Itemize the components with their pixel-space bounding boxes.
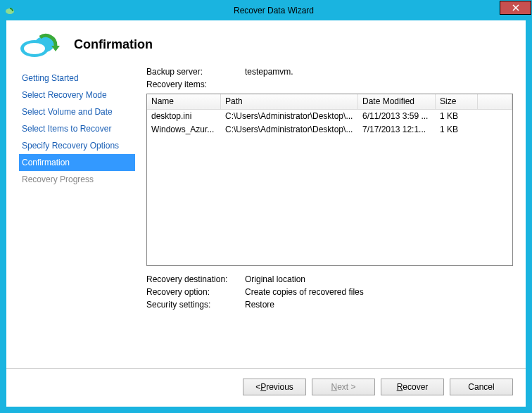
nav-select-items[interactable]: Select Items to Recover	[19, 120, 135, 137]
nav-recovery-progress: Recovery Progress	[19, 171, 135, 188]
table-row[interactable]: desktop.ini C:\Users\Administrator\Deskt…	[147, 110, 512, 123]
cell-path: C:\Users\Administrator\Desktop\...	[221, 123, 358, 136]
window-title: Recover Data Wizard	[16, 6, 531, 15]
col-header-name[interactable]: Name	[147, 94, 221, 109]
wizard-window: Recover Data Wizard Confirmation Getting…	[0, 0, 532, 413]
cancel-button[interactable]: Cancel	[450, 379, 513, 395]
cell-size: 1 KB	[436, 110, 478, 123]
wizard-nav: Getting Started Select Recovery Mode Sel…	[19, 67, 135, 361]
col-header-fill	[478, 94, 512, 109]
previous-button[interactable]: < Previous	[243, 379, 306, 395]
cell-size: 1 KB	[436, 123, 478, 136]
nav-confirmation[interactable]: Confirmation	[19, 154, 135, 171]
cell-name: Windows_Azur...	[147, 123, 221, 136]
cell-path: C:\Users\Administrator\Desktop\...	[221, 110, 358, 123]
security-settings-label: Security settings:	[146, 300, 245, 310]
app-icon	[5, 6, 16, 15]
nav-getting-started[interactable]: Getting Started	[19, 70, 135, 87]
next-button: Next >	[312, 379, 375, 395]
table-row[interactable]: Windows_Azur... C:\Users\Administrator\D…	[147, 123, 512, 136]
col-header-path[interactable]: Path	[221, 94, 358, 109]
cell-date: 6/11/2013 3:59 ...	[358, 110, 436, 123]
close-button[interactable]	[500, 1, 531, 15]
body-area: Getting Started Select Recovery Mode Sel…	[6, 67, 526, 368]
nav-select-recovery-mode[interactable]: Select Recovery Mode	[19, 87, 135, 103]
svg-point-3	[24, 43, 45, 54]
security-settings-value: Restore	[245, 300, 274, 310]
recovery-items-label: Recovery items:	[146, 80, 245, 89]
nav-specify-options[interactable]: Specify Recovery Options	[19, 137, 135, 154]
svg-marker-4	[51, 46, 60, 51]
nav-select-volume-date[interactable]: Select Volume and Date	[19, 103, 135, 120]
recovery-option-value: Create copies of recovered files	[245, 287, 364, 297]
backup-server-value: testepamvm.	[245, 67, 293, 77]
col-header-date[interactable]: Date Modified	[358, 94, 436, 109]
cloud-recover-icon	[19, 30, 61, 58]
recovery-items-grid[interactable]: Name Path Date Modified Size desktop.ini…	[146, 94, 513, 266]
backup-server-label: Backup server:	[146, 67, 245, 77]
recovery-option-label: Recovery option:	[146, 287, 245, 297]
main-panel: Backup server: testepamvm. Recovery item…	[135, 67, 513, 361]
recovery-destination-label: Recovery destination:	[146, 274, 245, 284]
col-header-size[interactable]: Size	[436, 94, 478, 109]
titlebar: Recover Data Wizard	[1, 1, 531, 20]
window-border: Confirmation Getting Started Select Reco…	[1, 20, 531, 412]
cell-date: 7/17/2013 12:1...	[358, 123, 436, 136]
recovery-destination-value: Original location	[245, 274, 305, 284]
page-title: Confirmation	[74, 37, 153, 52]
cell-name: desktop.ini	[147, 110, 221, 123]
grid-header: Name Path Date Modified Size	[147, 94, 512, 110]
recover-button[interactable]: Recover	[381, 379, 444, 395]
footer-buttons: < Previous Next > Recover Cancel	[6, 368, 526, 407]
header-area: Confirmation	[6, 20, 526, 67]
